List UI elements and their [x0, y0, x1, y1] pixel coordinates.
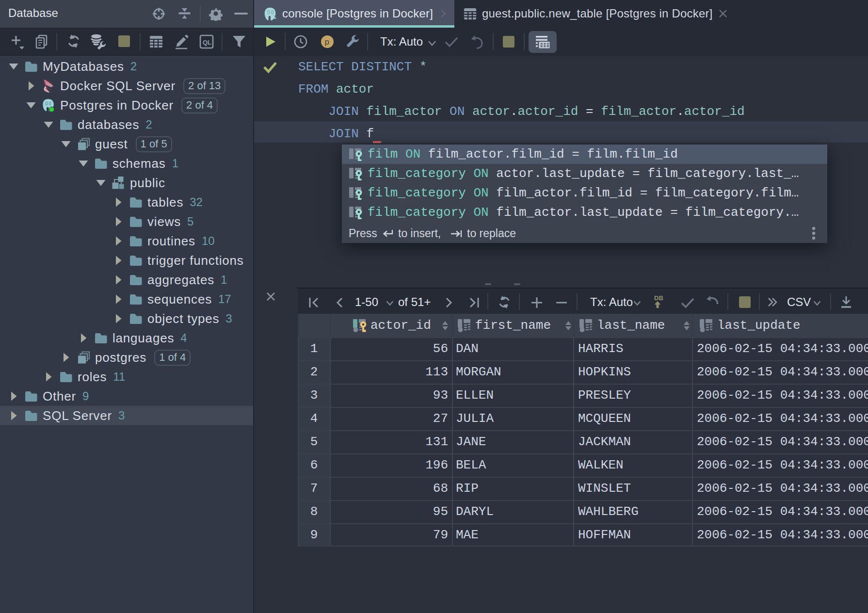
- svg-text:p: p: [325, 37, 329, 47]
- svg-text:QL: QL: [203, 39, 211, 46]
- svg-text:DB: DB: [654, 294, 663, 302]
